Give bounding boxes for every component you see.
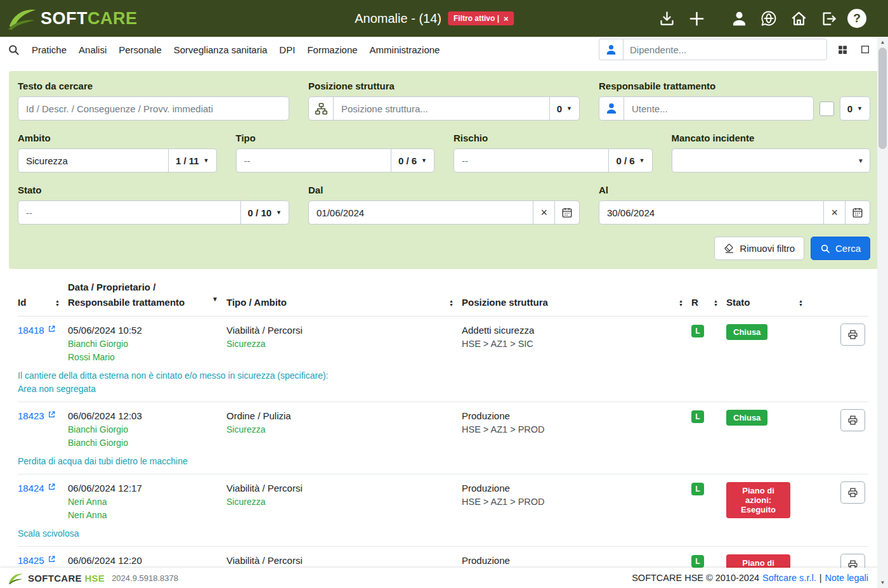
- grid-view-button[interactable]: [835, 42, 850, 57]
- al-calendar-button[interactable]: [845, 200, 870, 225]
- rischio-count-dropdown[interactable]: 0 / 6 ▼: [608, 148, 652, 173]
- caret-down-icon: ▼: [857, 105, 863, 112]
- vertical-scrollbar[interactable]: ▲ ▼: [877, 37, 888, 588]
- dal-date-input[interactable]: [308, 200, 533, 225]
- help-button[interactable]: ?: [847, 9, 866, 28]
- stato-count-dropdown[interactable]: 0 / 10 ▼: [240, 200, 289, 225]
- filter-field-mancato-incidente: Mancato incidente ▼: [672, 133, 871, 173]
- risk-badge: L: [691, 483, 704, 495]
- responsabile-count-dropdown[interactable]: 0 ▼: [840, 96, 870, 121]
- external-link-icon[interactable]: [48, 325, 56, 333]
- cell-data-owner: 05/06/2024 10:52 Bianchi Giorgio Rossi M…: [68, 323, 226, 364]
- filter-badge-close-icon[interactable]: ×: [504, 15, 509, 22]
- footer-bar: SOFTCARE HSE 2024.9.5918.8378 SOFTCARE H…: [0, 568, 888, 588]
- cerca-button[interactable]: Cerca: [811, 237, 870, 260]
- table-header: Id ▲▼ Data / Proprietario / Responsabile…: [18, 280, 868, 317]
- nav-item-pratiche[interactable]: Pratiche: [32, 44, 67, 55]
- posizione-struttura-input[interactable]: [333, 96, 550, 121]
- status-badge: Chiusa: [726, 410, 767, 426]
- nav-item-sorveglianza-sanitaria[interactable]: Sorveglianza sanitaria: [174, 44, 268, 55]
- testo-search-input[interactable]: [18, 96, 289, 121]
- utente-input[interactable]: [624, 96, 814, 121]
- row-responsible: Rossi Mario: [68, 351, 226, 364]
- company-link[interactable]: Softcare s.r.l.: [762, 573, 816, 583]
- posizione-count-dropdown[interactable]: 0 ▼: [549, 96, 580, 121]
- external-link-icon[interactable]: [48, 483, 56, 491]
- top-header-bar: SOFTCARE Anomalie - (14) Filtro attivo |…: [0, 0, 888, 37]
- tipo-input[interactable]: [236, 148, 391, 173]
- print-button[interactable]: [840, 481, 865, 504]
- nav-item-amministrazione[interactable]: Amministrazione: [370, 44, 440, 55]
- dal-clear-button[interactable]: ×: [533, 200, 555, 225]
- softcare-swoosh-icon: [8, 572, 23, 585]
- user-profile-button[interactable]: [728, 8, 750, 29]
- rimuovi-filtro-button[interactable]: Rimuovi filtro: [714, 237, 804, 260]
- row-datetime: 06/06/2024 12:20: [68, 554, 226, 567]
- col-header-stato: Stato ▲▼: [726, 295, 825, 310]
- home-button[interactable]: [788, 8, 809, 29]
- search-icon[interactable]: [8, 44, 20, 56]
- row-tipo: Viabilità / Percorsi: [226, 323, 462, 337]
- external-link-icon[interactable]: [48, 410, 56, 419]
- table-row: 18423 06/06/2024 12:03 Bianchi Giorgio B…: [18, 402, 868, 474]
- dal-calendar-button[interactable]: [554, 200, 580, 225]
- al-date-input[interactable]: [599, 200, 824, 225]
- row-description: Perdita di acqua dai tubi dietro le macc…: [18, 455, 868, 468]
- anomaly-id-link[interactable]: 18423: [18, 410, 44, 421]
- sort-icon[interactable]: ▲▼: [799, 299, 803, 310]
- row-posizione: Produzione: [462, 409, 691, 422]
- active-filter-badge[interactable]: Filtro attivo | ×: [448, 11, 514, 25]
- ambito-input[interactable]: [18, 148, 169, 173]
- maximize-button[interactable]: [858, 42, 873, 57]
- rischio-input[interactable]: [454, 148, 609, 173]
- filter-panel: Testo da cercare Posizione struttura 0 ▼: [9, 71, 879, 269]
- row-ambito: Sicurezza: [226, 337, 462, 351]
- sort-icon[interactable]: ▲▼: [449, 299, 454, 310]
- anomaly-id-link[interactable]: 18418: [18, 325, 44, 336]
- sort-desc-icon[interactable]: ▼: [212, 292, 218, 310]
- filter-field-al: Al ×: [599, 185, 870, 225]
- softcare-logo[interactable]: SOFTCARE: [8, 6, 138, 31]
- table-row: 18418 05/06/2024 10:52 Bianchi Giorgio R…: [18, 317, 868, 402]
- anomaly-id-link[interactable]: 18424: [18, 483, 44, 493]
- filter-badge-label: Filtro attivo |: [454, 14, 499, 23]
- globe-chat-icon: [760, 10, 778, 27]
- print-button[interactable]: [840, 409, 865, 431]
- nav-item-formazione[interactable]: Formazione: [307, 44, 357, 55]
- footer-brand: SOFTCARE HSE: [28, 573, 105, 584]
- responsabile-checkbox[interactable]: [819, 101, 834, 116]
- mancato-incidente-select[interactable]: ▼: [672, 148, 871, 173]
- row-ambito: Sicurezza: [226, 495, 462, 509]
- nav-item-analisi[interactable]: Analisi: [79, 44, 107, 55]
- sort-icon[interactable]: ▲▼: [714, 299, 718, 310]
- tipo-count: 0 / 6: [398, 155, 417, 166]
- stato-input[interactable]: [18, 200, 241, 225]
- row-posizione: Produzione: [462, 481, 691, 495]
- scrollbar-up-arrow[interactable]: ▲: [877, 37, 888, 48]
- language-chat-button[interactable]: [758, 8, 780, 29]
- employee-search-input[interactable]: [623, 39, 827, 60]
- filter-field-testo: Testo da cercare: [18, 81, 289, 121]
- tipo-count-dropdown[interactable]: 0 / 6 ▼: [391, 148, 434, 173]
- footer-separator: |: [819, 573, 822, 583]
- sort-icon[interactable]: ▲▼: [679, 299, 683, 310]
- logout-button[interactable]: [818, 8, 839, 29]
- nav-item-personale[interactable]: Personale: [119, 44, 162, 55]
- col-data-label: Data / Proprietario / Responsabile tratt…: [68, 280, 185, 310]
- anomaly-id-link[interactable]: 18425: [18, 555, 44, 566]
- cell-data-owner: 06/06/2024 12:03 Bianchi Giorgio Bianchi…: [68, 409, 226, 450]
- ambito-count-dropdown[interactable]: 1 / 11 ▼: [168, 148, 217, 173]
- row-responsible: Neri Anna: [68, 509, 226, 522]
- download-button[interactable]: [656, 8, 677, 29]
- al-clear-button[interactable]: ×: [823, 200, 846, 225]
- filter-label-tipo: Tipo: [236, 133, 435, 143]
- scrollbar-thumb[interactable]: [878, 48, 887, 149]
- brand-care: CARE: [88, 9, 138, 28]
- scrollbar-down-arrow[interactable]: ▼: [877, 577, 888, 588]
- add-button[interactable]: [686, 8, 707, 29]
- legal-notes-link[interactable]: Note legali: [825, 573, 868, 583]
- external-link-icon[interactable]: [48, 555, 56, 563]
- sort-icon[interactable]: ▲▼: [55, 299, 60, 310]
- nav-item-dpi[interactable]: DPI: [279, 44, 295, 55]
- print-button[interactable]: [840, 323, 865, 346]
